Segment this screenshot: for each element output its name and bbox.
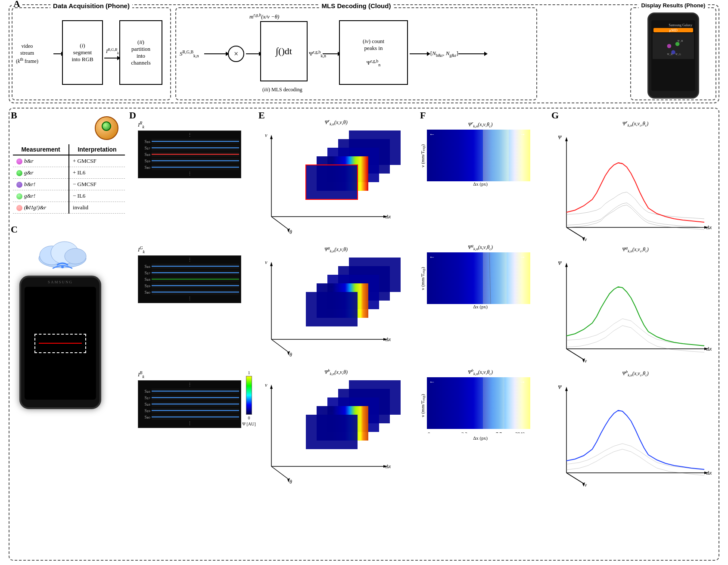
row-s30-b: S₃₀ <box>140 414 239 420</box>
plot-e-g-title: Ψgk,n(x,ν,θ) <box>263 245 409 253</box>
svg-text:3840: 3840 <box>515 431 525 433</box>
display-region: Display Results (Phone) Samsung Galaxy μ… <box>630 7 716 100</box>
svg-text:ν: ν <box>265 259 268 265</box>
step-ii-box: (ii)partitionintochannels <box>119 20 162 85</box>
svg-line-82 <box>566 349 584 360</box>
row-s26-b: S₂₆ <box>140 388 239 394</box>
svg-marker-75 <box>565 137 568 141</box>
svg-text:θ: θ <box>289 352 292 358</box>
svg-line-19 <box>271 217 289 230</box>
display-screen: Samsung Galaxy μMD Ψ_R Ψ_G Ψ_B <box>651 20 695 91</box>
svg-text:0: 0 <box>428 431 430 433</box>
svg-text:→: → <box>520 131 526 137</box>
f-r-xaxis: Δx (px) <box>420 181 541 186</box>
table-cell-measurement: g&r <box>13 167 69 179</box>
label-b: B <box>11 110 17 121</box>
table-header-interpretation: Interpretation <box>69 144 125 155</box>
table-header-measurement: Measurement <box>13 144 69 155</box>
svg-line-91 <box>566 473 584 484</box>
plot-e-g-svg: Δx ν θ <box>263 253 401 361</box>
section-c-label: C <box>11 224 18 235</box>
integral-box: ∫()dt <box>260 21 308 81</box>
svg-rect-64 <box>483 377 504 429</box>
svg-rect-15 <box>306 165 358 199</box>
channel-b: IBk ⋮ S₂₆ S₂₇ S₂₈ S₂₉ S₃₀ ⋮ 1 0 Ψ [AU] <box>138 370 248 428</box>
svg-text:←: ← <box>429 379 435 385</box>
svg-text:Δx: Δx <box>385 336 391 342</box>
arrow-2: IR,G,Bk <box>104 47 121 60</box>
bead-green <box>102 121 111 131</box>
section-b: B <box>11 110 17 121</box>
umd-logo: μMD <box>653 28 693 32</box>
svg-text:Δx: Δx <box>706 224 712 230</box>
arrow-7 <box>458 52 488 56</box>
label-f: F <box>420 110 426 121</box>
row-s28-r: S₂₈ <box>140 152 239 157</box>
svg-text:Δx: Δx <box>385 463 391 469</box>
bead-container <box>95 116 118 140</box>
svg-text:ν: ν <box>265 132 268 138</box>
svg-text:→: → <box>520 254 526 260</box>
dots-bottom-r: ⋮ <box>140 171 239 177</box>
dot-pink <box>16 205 22 211</box>
svg-text:θ: θ <box>289 479 292 485</box>
svg-point-9 <box>65 248 86 264</box>
waveform-g-r-svg: Δx Ψ ν <box>554 128 713 242</box>
svg-text:θ: θ <box>289 229 292 235</box>
svg-text:ν: ν <box>585 236 587 242</box>
arrow-6 <box>410 52 430 56</box>
waveform-g-r-title: Ψrk,n(x,νc,θc) <box>554 120 717 127</box>
plot-e-r-title: Ψrk,n(x,ν,θ) <box>263 118 409 126</box>
svg-text:ν: ν <box>585 482 587 488</box>
svg-text:Ψ: Ψ <box>558 134 562 140</box>
heatmap-f-b-title: Ψbk,n(x,ν,θc) <box>420 368 541 376</box>
arrow-3 <box>204 52 229 56</box>
label-c: C <box>11 224 18 235</box>
svg-text:ν: ν <box>585 358 587 364</box>
svg-marker-21 <box>270 135 273 139</box>
step-i-box: (i)segmentinto RGB <box>62 20 103 85</box>
decoding-title: MLS Decoding (Cloud) <box>319 2 394 9</box>
step-iv-box: (iv) countpeaks inΨr,g,bn <box>339 20 408 85</box>
channel-g-frames: ⋮ S₂₆ S₂₇ S₂₈ S₂₉ S₃₀ ⋮ <box>138 255 241 303</box>
heatmap-f-g-svg: ← → <box>427 252 530 304</box>
waveform-g-g-title: Ψgk,n(x,νc,θc) <box>554 245 717 253</box>
svg-point-1 <box>675 42 680 46</box>
plot-e-r: Ψrk,n(x,ν,θ) <box>263 118 409 243</box>
f-b-yaxis: ν (mm/Texp) <box>420 394 426 417</box>
svg-rect-63 <box>427 377 530 429</box>
scan-rect <box>34 334 86 353</box>
heatmap-f-g-title: Ψgk,n(x,ν,θc) <box>420 243 541 251</box>
plot-e-b-title: Ψbk,n(x,ν,θ) <box>263 368 409 376</box>
channel-r-frames: ⋮ S₂₆ S₂₇ S₂₈ S₂₉ S₃₀ ⋮ <box>138 130 241 178</box>
table-row: b&r! − GMCSF <box>13 179 125 190</box>
decoding-region: MLS Decoding (Cloud) mr,g,b(x/v −θ) SR,G… <box>175 7 537 100</box>
heatmap-f-r-title: Ψrk,n(x,ν,θc) <box>420 121 541 128</box>
heatmap-f-b-svg: ← → 0 2.3 7.7 3840 <box>427 377 530 433</box>
dot-green <box>16 170 22 176</box>
f-b-xaxis: Δx (px) <box>420 435 541 441</box>
table-cell-interpretation: + GMCSF <box>69 155 125 167</box>
svg-marker-84 <box>565 263 568 267</box>
svg-point-0 <box>667 44 672 48</box>
cloud-svg <box>32 235 93 269</box>
svg-text:←: ← <box>429 131 435 137</box>
f-r-yaxis: ν (mm/Texp) <box>420 144 426 168</box>
row-s26-r: S₂₆ <box>140 139 239 144</box>
channel-g-label: IGk <box>138 245 248 254</box>
label-g: G <box>551 110 559 121</box>
svg-text:ν: ν <box>265 382 268 388</box>
video-stream-label: video stream (kth frame) <box>16 43 38 65</box>
heatmap-f-b: Ψbk,n(x,ν,θc) ν (mm/Texp) <box>420 368 541 441</box>
table-cell-interpretation: + IL6 <box>69 167 125 179</box>
svg-text:2.3: 2.3 <box>461 431 467 433</box>
table-cell-interpretation: invalid <box>69 202 125 214</box>
display-title: Display Results (Phone) <box>639 2 708 9</box>
plot-e-g: Ψgk,n(x,ν,θ) <box>263 245 409 366</box>
dot-purple <box>16 158 22 165</box>
svg-line-73 <box>566 227 584 238</box>
arrow-5 <box>323 52 341 56</box>
colorbar: 1 0 Ψ [AU] <box>245 370 253 426</box>
table-cell-interpretation: − IL6 <box>69 190 125 202</box>
row-s27-b: S₂₇ <box>140 395 239 400</box>
